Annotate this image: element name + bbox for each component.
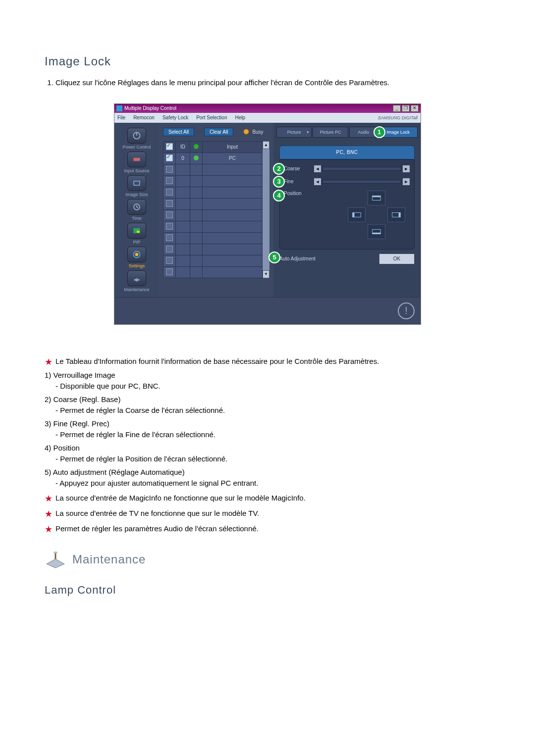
note-magicinfo: La source d'entrée de MagicInfo ne fonct… (55, 494, 306, 502)
scroll-up-button[interactable]: ▲ (263, 141, 269, 149)
arrow-left-icon[interactable]: ◄ (314, 165, 321, 173)
menu-file[interactable]: File (117, 115, 125, 120)
sidebar-maint-label: Maintenance (124, 287, 150, 292)
busy-label: Busy (252, 129, 263, 135)
slider-track[interactable] (322, 167, 401, 171)
table-row[interactable] (163, 232, 263, 244)
sidebar-input-label: Input Source (124, 168, 149, 173)
row-checkbox[interactable] (166, 234, 173, 241)
table-row[interactable] (163, 221, 263, 232)
ok-button[interactable]: OK (379, 253, 415, 264)
table-row[interactable] (163, 187, 263, 198)
arrow-right-icon[interactable]: ► (402, 178, 410, 186)
table-row[interactable] (163, 175, 263, 187)
chevron-down-icon: ▾ (307, 130, 309, 135)
row-checkbox[interactable] (166, 154, 173, 161)
sidebar-settings[interactable]: Settings (127, 247, 146, 268)
item-4-sub: - Permet de régler la Position de l'écra… (55, 454, 490, 465)
header-checkbox[interactable] (166, 143, 173, 150)
settings-icon (127, 247, 146, 262)
app-icon (116, 105, 122, 111)
sidebar-pip[interactable]: PIP (127, 223, 146, 245)
heading-lamp-control: Lamp Control (45, 584, 490, 597)
cell-input: PC (203, 152, 263, 164)
table-row[interactable] (163, 198, 263, 209)
display-table: ID Input 0 PC (163, 141, 263, 278)
position-left-button[interactable] (348, 207, 366, 222)
svg-rect-16 (373, 232, 381, 234)
arrow-left-icon[interactable]: ◄ (314, 178, 321, 186)
table-row[interactable] (163, 209, 263, 221)
table-row[interactable] (163, 266, 263, 278)
slider-track[interactable] (322, 180, 401, 184)
item-1-sub: - Disponible que pour PC, BNC. (55, 381, 490, 392)
row-checkbox[interactable] (166, 211, 173, 218)
notes-section: ★Le Tableau d'Information fournit l'info… (45, 354, 490, 535)
sidebar-maintenance[interactable]: Maintenance (124, 270, 150, 292)
item-2-title: 2) Coarse (Regl. Base) (45, 394, 490, 405)
tab-image-lock-label: Image Lock (387, 130, 410, 135)
fine-label: Fine (284, 179, 309, 184)
heading-maintenance: Maintenance (45, 550, 490, 569)
item-3-sub: - Permet de régler la Fine de l'écran sé… (55, 429, 490, 441)
table-row[interactable] (163, 244, 263, 255)
menu-remocon[interactable]: Remocon (133, 115, 155, 120)
clear-all-button[interactable]: Clear All (204, 128, 233, 136)
item-1-title: 1) Verrouillage Image (45, 370, 490, 381)
svg-rect-3 (134, 181, 140, 185)
sidebar-input-source[interactable]: Input Source (124, 151, 149, 173)
callout-2: 2 (273, 163, 285, 175)
alert-icon[interactable]: ! (398, 302, 415, 319)
sidebar-size-label: Image Size (125, 192, 148, 197)
sidebar: Power Control Input Source Image Size Ti… (114, 123, 159, 297)
scroll-track[interactable] (263, 149, 269, 270)
position-right-button[interactable] (387, 207, 405, 222)
select-all-button[interactable]: Select All (163, 128, 194, 136)
scroll-down-button[interactable]: ▼ (263, 270, 269, 278)
position-up-button[interactable] (368, 191, 385, 205)
sidebar-time[interactable]: Time (127, 199, 146, 221)
row-checkbox[interactable] (166, 246, 173, 252)
tab-image-lock[interactable]: 1 Image Lock (379, 127, 418, 138)
table-row[interactable] (163, 255, 263, 266)
time-icon (127, 199, 146, 215)
menu-bar: File Remocon Safety Lock Port Selection … (114, 113, 421, 123)
svg-point-17 (54, 552, 57, 554)
row-checkbox[interactable] (166, 223, 173, 230)
auto-adjustment-label: Auto Adjustment (279, 256, 316, 261)
menu-port-selection[interactable]: Port Selection (196, 115, 227, 120)
menu-safety-lock[interactable]: Safety Lock (162, 115, 188, 120)
arrow-right-icon[interactable]: ► (402, 165, 410, 173)
sidebar-time-label: Time (132, 216, 142, 221)
tab-picture-pc[interactable]: Picture PC (313, 127, 348, 138)
menu-help[interactable]: Help (235, 115, 245, 120)
coarse-slider[interactable]: ◄ ► (314, 165, 410, 173)
note-tv: La source d'entrée de TV ne fonctionne q… (55, 509, 259, 517)
row-checkbox[interactable] (166, 166, 173, 173)
fine-slider[interactable]: ◄ ► (314, 178, 410, 186)
restore-button[interactable]: ❐ (402, 105, 410, 112)
coarse-label: Coarse (284, 166, 309, 171)
tab-picture-label: Picture (287, 130, 301, 135)
power-col-icon (193, 144, 199, 150)
position-label: Position (284, 191, 309, 196)
table-row[interactable]: 0 PC (163, 152, 263, 164)
step-1: Cliquez sur l'icône Réglages dans le men… (55, 77, 490, 89)
row-checkbox[interactable] (166, 268, 173, 275)
row-checkbox[interactable] (166, 177, 173, 184)
sidebar-power-control[interactable]: Power Control (122, 128, 151, 150)
sidebar-image-size[interactable]: Image Size (125, 175, 148, 197)
row-checkbox[interactable] (166, 257, 173, 264)
minimize-button[interactable]: _ (393, 105, 401, 112)
row-checkbox[interactable] (166, 189, 173, 196)
busy-led-icon (243, 129, 249, 135)
close-button[interactable]: ✕ (411, 105, 419, 112)
item-4-title: 4) Position (45, 443, 490, 454)
row-checkbox[interactable] (166, 200, 173, 207)
maintenance-label: Maintenance (72, 553, 146, 566)
svg-point-7 (135, 252, 139, 256)
tab-picture[interactable]: Picture▾ (276, 127, 312, 138)
table-row[interactable] (163, 164, 263, 175)
position-grid (348, 191, 405, 239)
position-down-button[interactable] (368, 224, 385, 239)
